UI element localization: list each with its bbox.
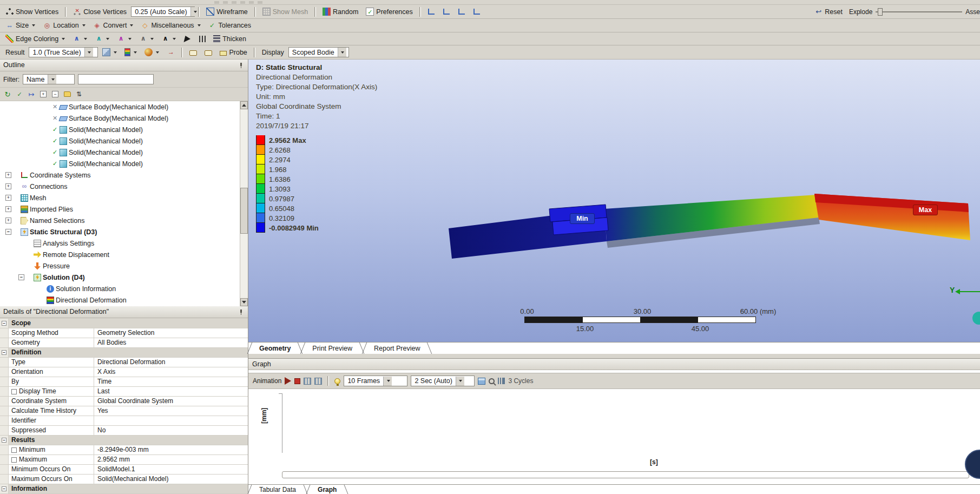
details-row[interactable]: Definition bbox=[0, 348, 248, 358]
details-row[interactable]: Scope bbox=[0, 319, 248, 328]
edge-style-button-5[interactable] bbox=[158, 33, 179, 44]
details-value[interactable]: X Axis bbox=[94, 367, 248, 377]
details-row[interactable]: Orientation X Axis bbox=[0, 367, 248, 377]
edge-midside-button[interactable] bbox=[196, 34, 209, 44]
tree-item[interactable]: ✓ Solid(Mechanical Model) bbox=[0, 135, 248, 147]
filter-dropdown-button[interactable] bbox=[48, 75, 56, 84]
tree-item[interactable]: ✓ Solid(Mechanical Model) bbox=[0, 124, 248, 135]
section-collapse-icon[interactable] bbox=[2, 438, 6, 443]
tree-item[interactable]: + Mesh bbox=[0, 192, 248, 203]
tree-item[interactable]: ✓ Solid(Mechanical Model) bbox=[0, 147, 248, 158]
details-value[interactable]: 2.9562 mm bbox=[94, 455, 248, 464]
tree-item[interactable]: Remote Displacement bbox=[0, 249, 248, 260]
wireframe-button[interactable]: Wireframe bbox=[203, 6, 251, 17]
tree-item[interactable]: + Coordinate Systems bbox=[0, 169, 248, 181]
tree-item[interactable]: ✓ Solid(Mechanical Model) bbox=[0, 158, 248, 169]
pin-icon[interactable] bbox=[239, 63, 244, 68]
details-value[interactable]: Directional Deformation bbox=[94, 358, 248, 367]
reset-button[interactable]: Reset bbox=[811, 6, 846, 17]
frames-dropdown-button[interactable] bbox=[383, 377, 392, 386]
tree-expand-all-button[interactable]: + bbox=[38, 89, 48, 99]
min-annotation-button[interactable] bbox=[201, 48, 215, 57]
section-collapse-icon[interactable] bbox=[2, 350, 6, 355]
edge-style-button-2[interactable] bbox=[91, 33, 113, 44]
close-vertices-button[interactable]: Close Vertices bbox=[70, 6, 130, 17]
details-value[interactable]: -8.2949e-003 mm bbox=[94, 445, 248, 455]
checkbox[interactable] bbox=[11, 447, 17, 453]
vector-display-button[interactable] bbox=[163, 47, 178, 58]
details-row[interactable]: Maximum Occurs On Solid(Mechanical Model… bbox=[0, 475, 248, 484]
vertex-tool-button[interactable]: Miscellaneous bbox=[137, 20, 203, 31]
edge-style-button-4[interactable] bbox=[136, 33, 157, 44]
viewport-tab[interactable]: Geometry bbox=[248, 342, 301, 354]
details-value[interactable]: Time bbox=[94, 377, 248, 386]
distributed-frames-button[interactable] bbox=[304, 378, 311, 385]
geometry-viewport[interactable]: D: Static Structural Directional Deforma… bbox=[248, 60, 980, 342]
edge-direction-button-2[interactable] bbox=[439, 7, 453, 16]
details-row[interactable]: Display Time Last bbox=[0, 387, 248, 397]
checkbox[interactable] bbox=[11, 457, 17, 463]
section-collapse-icon[interactable] bbox=[2, 321, 6, 326]
tree-expander[interactable]: + bbox=[5, 172, 11, 178]
tree-expander[interactable]: + bbox=[5, 206, 11, 212]
details-row[interactable]: Identifier bbox=[0, 416, 248, 426]
true-scale-combobox[interactable]: 1.0 (True Scale) bbox=[29, 47, 98, 57]
tree-sort-button[interactable] bbox=[74, 89, 84, 99]
explode-slider[interactable] bbox=[876, 8, 962, 16]
details-row[interactable]: Calculate Time History Yes bbox=[0, 406, 248, 416]
tree-item[interactable]: Analysis Settings bbox=[0, 238, 248, 249]
preferences-button[interactable]: Preferences bbox=[363, 6, 416, 17]
tree-validate-button[interactable] bbox=[15, 89, 24, 99]
true-scale-dropdown-button[interactable] bbox=[84, 48, 93, 57]
details-value[interactable]: Last bbox=[94, 387, 248, 396]
edge-direction-flag-button[interactable] bbox=[180, 34, 195, 44]
details-row[interactable]: Minimum -8.2949e-003 mm bbox=[0, 445, 248, 455]
details-value[interactable]: Global Coordinate System bbox=[94, 397, 248, 406]
tree-item[interactable]: Directional Deformation bbox=[0, 294, 248, 306]
tree-expander[interactable]: + bbox=[5, 183, 11, 189]
scroll-up-button[interactable] bbox=[240, 101, 248, 109]
update-contours-icon[interactable] bbox=[334, 378, 340, 384]
tree-item[interactable]: Solution Information bbox=[0, 283, 248, 294]
edge-coloring-button[interactable]: Edge Coloring bbox=[2, 33, 68, 44]
play-button[interactable] bbox=[285, 377, 291, 385]
details-value[interactable]: Geometry Selection bbox=[94, 328, 248, 338]
tree-goto-button[interactable] bbox=[27, 89, 36, 99]
data-view-tab[interactable]: Tabular Data bbox=[248, 485, 307, 494]
random-colors-button[interactable]: Random bbox=[319, 6, 361, 17]
details-row[interactable]: Information bbox=[0, 484, 248, 494]
details-row[interactable]: Coordinate System Global Coordinate Syst… bbox=[0, 397, 248, 406]
details-row[interactable]: Suppressed No bbox=[0, 426, 248, 436]
duration-dropdown-button[interactable] bbox=[456, 377, 464, 386]
tree-expander[interactable]: − bbox=[5, 229, 11, 235]
export-video-button[interactable] bbox=[478, 378, 485, 385]
max-annotation-button[interactable] bbox=[186, 48, 200, 57]
vertex-tool-button[interactable]: Location bbox=[40, 20, 88, 31]
filter-text-input[interactable] bbox=[78, 74, 154, 84]
edge-style-button-3[interactable] bbox=[114, 33, 135, 44]
details-row[interactable]: Maximum 2.9562 mm bbox=[0, 455, 248, 465]
tree-item[interactable]: + Imported Plies bbox=[0, 203, 248, 215]
edge-direction-button-3[interactable] bbox=[455, 7, 469, 16]
tree-item[interactable]: Pressure bbox=[0, 260, 248, 272]
show-mesh-button[interactable]: Show Mesh bbox=[259, 6, 311, 17]
tree-scrollbar[interactable] bbox=[240, 101, 248, 306]
show-vertices-button[interactable]: Show Vertices bbox=[2, 6, 62, 17]
frames-combobox[interactable]: 10 Frames bbox=[344, 376, 407, 386]
filter-type-combobox[interactable]: Name bbox=[23, 74, 75, 84]
tree-item[interactable]: ✕ Surface Body(Mechanical Model) bbox=[0, 113, 248, 124]
time-slider-track[interactable] bbox=[282, 471, 969, 478]
details-row[interactable]: By Time bbox=[0, 377, 248, 387]
tree-item[interactable]: + Connections bbox=[0, 181, 248, 192]
edge-direction-button-1[interactable] bbox=[424, 7, 438, 16]
tree-refresh-button[interactable] bbox=[3, 89, 12, 99]
checkbox[interactable] bbox=[11, 389, 17, 394]
details-row[interactable]: Geometry All Bodies bbox=[0, 338, 248, 348]
geometry-display-button[interactable] bbox=[99, 47, 120, 58]
tree-expander[interactable]: + bbox=[5, 218, 11, 223]
tree-folder-button[interactable] bbox=[62, 89, 72, 99]
scoped-bodies-combobox[interactable]: Scoped Bodie bbox=[288, 47, 349, 57]
tree-item[interactable]: − Solution (D4) bbox=[0, 272, 248, 283]
probe-button[interactable]: Probe bbox=[216, 47, 250, 58]
tree-collapse-button[interactable]: − bbox=[50, 89, 60, 99]
